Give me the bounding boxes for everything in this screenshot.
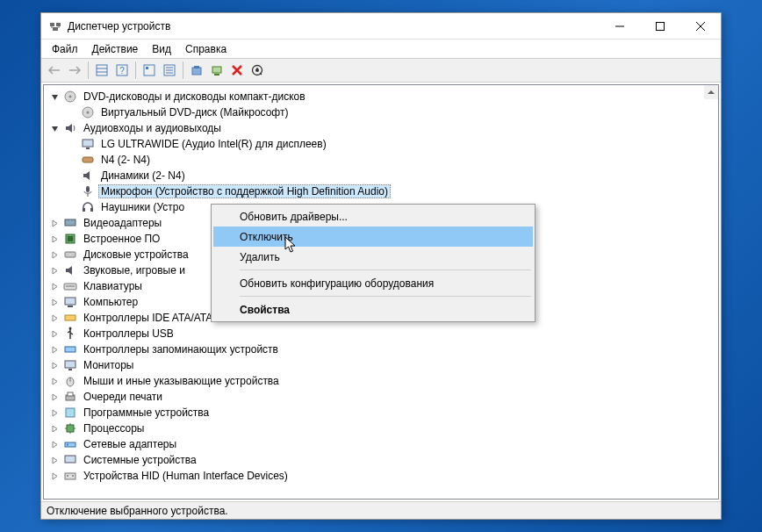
expand-toggle[interactable]	[47, 406, 61, 420]
speaker-icon	[81, 169, 95, 183]
expand-toggle[interactable]	[47, 437, 61, 451]
expand-toggle[interactable]	[47, 358, 61, 372]
svg-rect-39	[65, 252, 75, 257]
expand-toggle[interactable]	[47, 453, 61, 467]
tree-category-storage[interactable]: Контроллеры запоминающих устройств	[47, 341, 718, 357]
tree-category-usb[interactable]: Контроллеры USB	[47, 326, 718, 341]
svg-point-60	[72, 475, 74, 477]
maximize-button[interactable]	[640, 13, 680, 40]
sound-icon	[63, 263, 77, 277]
svg-rect-4	[657, 22, 665, 30]
toolbar-help-icon[interactable]: ?	[112, 61, 132, 80]
cpu-icon	[63, 421, 77, 435]
toolbar-separator	[88, 61, 89, 79]
context-separator	[240, 270, 531, 270]
tree-item[interactable]: Виртуальный DVD-диск (Майкрософт)	[65, 104, 718, 120]
tree-category-monitor[interactable]: Мониторы	[47, 357, 718, 373]
svg-text:?: ?	[119, 66, 125, 75]
expand-toggle[interactable]	[47, 390, 61, 404]
firmware-icon	[63, 232, 77, 246]
tree-category-network[interactable]: Сетевые адаптеры	[47, 436, 718, 452]
display-adapter-icon	[63, 216, 77, 230]
svg-rect-54	[67, 425, 74, 432]
context-separator	[240, 296, 531, 297]
expand-toggle[interactable]	[47, 216, 61, 230]
toolbar-update-driver-icon[interactable]	[187, 61, 206, 80]
svg-rect-12	[144, 65, 155, 75]
svg-rect-44	[65, 315, 75, 320]
expand-toggle[interactable]	[47, 374, 61, 388]
dvd-drive-icon	[63, 90, 77, 104]
menu-help[interactable]: Справка	[178, 41, 234, 57]
svg-rect-1	[56, 23, 61, 26]
tree-category-software[interactable]: Программные устройства	[47, 405, 718, 421]
monitor-icon	[63, 358, 77, 372]
close-button[interactable]	[680, 13, 721, 40]
window-controls	[600, 13, 721, 40]
context-update-drivers[interactable]: Обновить драйверы...	[213, 206, 533, 226]
tree-item-selected[interactable]: Микрофон (Устройство с поддержкой High D…	[65, 183, 718, 199]
svg-point-56	[67, 444, 68, 446]
collapse-toggle[interactable]	[47, 121, 61, 135]
expand-toggle[interactable]	[47, 263, 61, 277]
tree-category-hid[interactable]: Устройства HID (Human Interface Devices)	[47, 468, 718, 484]
tree-label[interactable]: Аудиовходы и аудиовыходы	[81, 122, 224, 134]
tree-category-print[interactable]: Очереди печати	[47, 389, 718, 405]
svg-rect-55	[65, 442, 75, 447]
expand-toggle[interactable]	[47, 469, 61, 483]
toolbar-uninstall-icon[interactable]	[227, 61, 247, 80]
expand-toggle[interactable]	[47, 327, 61, 341]
expand-toggle[interactable]	[47, 279, 61, 293]
toolbar-properties-icon[interactable]	[160, 61, 179, 80]
svg-rect-0	[50, 23, 54, 26]
svg-point-29	[87, 111, 90, 114]
network-icon	[63, 437, 77, 451]
expand-toggle[interactable]	[47, 342, 61, 356]
svg-rect-13	[146, 67, 148, 69]
expand-toggle[interactable]	[47, 311, 61, 325]
collapse-toggle[interactable]	[47, 90, 61, 104]
statusbar: Отключение выбранного устройства.	[41, 501, 721, 519]
mouse-icon	[63, 374, 77, 388]
tree-category-cpu[interactable]: Процессоры	[47, 421, 718, 436]
context-properties[interactable]: Свойства	[213, 299, 533, 320]
back-button[interactable]	[45, 61, 64, 80]
minimize-button[interactable]	[600, 13, 640, 40]
toolbar-disable-icon[interactable]	[248, 61, 267, 80]
tree-item[interactable]: Динамики (2- N4)	[65, 168, 718, 183]
expand-toggle[interactable]	[47, 248, 61, 262]
forward-button[interactable]	[65, 61, 84, 80]
svg-rect-7	[97, 65, 107, 75]
menu-file[interactable]: Файл	[45, 41, 85, 57]
svg-rect-46	[65, 347, 75, 352]
svg-rect-19	[194, 66, 199, 68]
svg-rect-47	[65, 361, 75, 368]
toolbar-scan-hardware-icon[interactable]	[207, 61, 226, 80]
svg-rect-21	[214, 74, 219, 75]
tree-label[interactable]: DVD-дисководы и дисководы компакт-дисков	[81, 90, 308, 103]
tree-category-system[interactable]: Системные устройства	[47, 452, 718, 468]
menu-view[interactable]: Вид	[145, 41, 178, 57]
expand-toggle[interactable]	[47, 421, 61, 435]
context-scan-hardware[interactable]: Обновить конфигурацию оборудования	[213, 273, 533, 293]
svg-rect-18	[192, 68, 201, 75]
system-device-icon	[63, 453, 77, 467]
audio-icon	[63, 121, 77, 135]
tree-category-mouse[interactable]: Мыши и иные указывающие устройства	[47, 373, 718, 389]
toolbar-actions-icon[interactable]	[140, 61, 159, 80]
status-text: Отключение выбранного устройства.	[47, 505, 228, 517]
tree-item[interactable]: LG ULTRAWIDE (Аудио Intel(R) для дисплее…	[65, 136, 718, 152]
context-delete[interactable]: Удалить	[213, 247, 533, 267]
tree-category-audio: Аудиовходы и аудиовыходы LG ULTRAWIDE (А…	[47, 120, 718, 215]
titlebar: Диспетчер устройств	[41, 13, 721, 40]
storage-controller-icon	[63, 342, 77, 356]
context-disable[interactable]: Отключить	[213, 226, 533, 247]
expand-toggle[interactable]	[47, 295, 61, 309]
svg-rect-48	[68, 369, 72, 370]
tree-item[interactable]: N4 (2- N4)	[65, 152, 718, 168]
toolbar-details-icon[interactable]	[92, 61, 111, 80]
svg-rect-20	[212, 67, 221, 73]
menu-action[interactable]: Действие	[85, 41, 146, 57]
scroll-up-stub[interactable]	[704, 85, 718, 99]
expand-toggle[interactable]	[47, 232, 61, 246]
